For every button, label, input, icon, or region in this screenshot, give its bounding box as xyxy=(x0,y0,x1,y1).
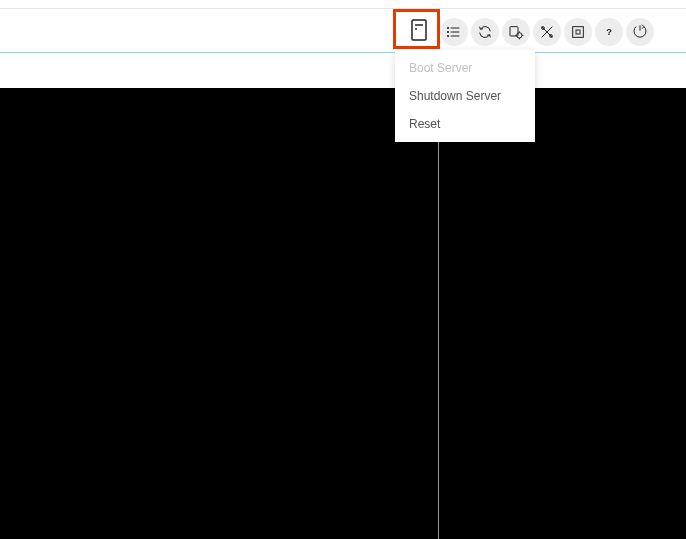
settings-button[interactable] xyxy=(502,18,530,46)
toolbar: ? xyxy=(440,18,654,46)
settings-gear-icon xyxy=(508,24,524,40)
svg-rect-0 xyxy=(412,20,426,40)
refresh-button[interactable] xyxy=(471,18,499,46)
svg-point-7 xyxy=(447,31,448,32)
console-pane-divider[interactable] xyxy=(438,88,439,539)
svg-point-8 xyxy=(447,35,448,36)
list-button[interactable] xyxy=(440,18,468,46)
svg-rect-20 xyxy=(576,30,580,34)
server-icon xyxy=(409,18,429,42)
fullscreen-button[interactable] xyxy=(564,18,592,46)
logout-icon xyxy=(632,24,648,40)
server-power-dropdown: Boot Server Shutdown Server Reset xyxy=(395,50,535,142)
svg-point-10 xyxy=(517,33,522,38)
menu-item-boot-server: Boot Server xyxy=(395,54,535,82)
tab-underline xyxy=(0,52,686,53)
tools-button[interactable] xyxy=(533,18,561,46)
tools-icon xyxy=(539,24,555,40)
console-viewport[interactable] xyxy=(0,88,686,539)
menu-item-shutdown-server[interactable]: Shutdown Server xyxy=(395,82,535,110)
fullscreen-icon xyxy=(570,24,586,40)
menu-item-reset[interactable]: Reset xyxy=(395,110,535,138)
logout-button[interactable] xyxy=(626,18,654,46)
svg-rect-19 xyxy=(573,27,584,38)
top-divider xyxy=(0,8,686,9)
server-power-button[interactable] xyxy=(409,18,429,42)
svg-text:?: ? xyxy=(606,27,612,37)
list-icon xyxy=(446,24,462,40)
help-button[interactable]: ? xyxy=(595,18,623,46)
refresh-icon xyxy=(477,24,493,40)
help-icon: ? xyxy=(601,24,617,40)
svg-point-6 xyxy=(447,27,448,28)
